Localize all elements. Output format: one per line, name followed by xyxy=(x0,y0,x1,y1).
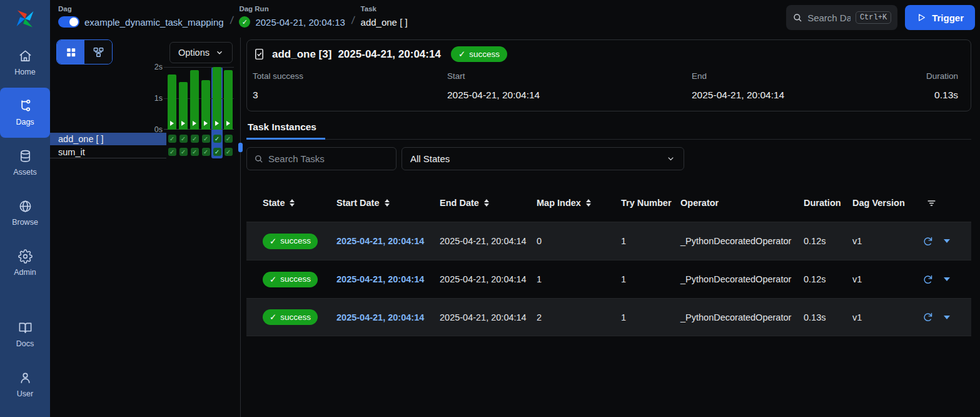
sidebar-item-label: Docs xyxy=(16,339,34,348)
start-date-link[interactable]: 2025-04-21, 20:04:14 xyxy=(336,312,424,322)
state-filter-select[interactable]: All States xyxy=(402,147,684,170)
grid-view-button[interactable] xyxy=(57,40,84,64)
sidebar-item-docs[interactable]: Docs xyxy=(0,309,50,359)
check-icon: ✓ xyxy=(270,236,276,246)
task-instance-square[interactable]: ✓ xyxy=(211,148,223,156)
search-dags-box[interactable]: Ctrl+K xyxy=(786,5,897,30)
status-badge: ✓ success xyxy=(451,46,507,62)
success-check-icon: ✓ xyxy=(191,135,199,143)
task-instance-square[interactable]: ✓ xyxy=(223,135,234,143)
task-instance-row[interactable]: ✓success2025-04-21, 20:04:142025-04-21, … xyxy=(246,222,971,260)
grid-task-row: add_one [ ]✓✓✓✓✓✓ xyxy=(50,132,240,145)
search-tasks-input[interactable] xyxy=(268,153,389,164)
sidebar-item-label: Home xyxy=(14,68,35,76)
task-instance-square[interactable]: ✓ xyxy=(166,135,178,143)
success-check-icon: ✓ xyxy=(202,148,210,156)
row-menu-caret-icon[interactable] xyxy=(944,277,950,281)
task-instance-row[interactable]: ✓success2025-04-21, 20:04:142025-04-21, … xyxy=(246,260,971,298)
sidebar-item-browse[interactable]: Browse xyxy=(0,188,50,238)
column-header-map-index[interactable]: Map Index xyxy=(537,198,621,208)
column-filter-icon[interactable] xyxy=(926,198,971,209)
duration-cell: 0.12s xyxy=(804,274,852,284)
play-icon xyxy=(204,121,208,126)
topbar-right: Ctrl+K Trigger xyxy=(786,5,975,30)
sidebar-item-label: User xyxy=(17,389,33,398)
map-index-cell: 2 xyxy=(537,312,621,322)
grid-chart-area: 2s 1s 0s add_one [ ]✓✓✓✓✓✓sum_it✓✓✓✓✓✓ xyxy=(50,67,240,158)
trigger-button[interactable]: Trigger xyxy=(905,5,975,30)
row-menu-caret-icon[interactable] xyxy=(944,316,950,319)
sidebar-item-label: Admin xyxy=(14,268,36,277)
clear-task-refresh-icon[interactable] xyxy=(922,236,933,247)
task-instance-square[interactable]: ✓ xyxy=(189,148,200,156)
chevron-down-icon xyxy=(215,48,224,57)
task-instance-square[interactable]: ✓ xyxy=(211,135,223,143)
options-button[interactable]: Options xyxy=(169,42,233,63)
dag-pause-toggle[interactable] xyxy=(58,16,79,28)
grid-task-name[interactable]: sum_it xyxy=(50,146,166,158)
dag-run-bar[interactable] xyxy=(178,67,189,130)
table-header: StateStart DateEnd DateMap IndexTry Numb… xyxy=(246,184,971,222)
admin-icon xyxy=(18,249,33,264)
stat-duration: Duration 0.13s xyxy=(926,71,958,101)
graph-view-button[interactable] xyxy=(84,40,112,64)
dag-run-bar[interactable] xyxy=(189,67,200,130)
task-instance-row[interactable]: ✓success2025-04-21, 20:04:142025-04-21, … xyxy=(246,298,971,336)
dag-run-bar[interactable] xyxy=(166,67,178,130)
tab-task-instances[interactable]: Task Instances xyxy=(246,121,325,139)
sidebar-item-dags[interactable]: Dags xyxy=(0,88,50,138)
dag-run-bar[interactable] xyxy=(223,67,234,130)
dag-run-link[interactable]: 2025-04-21, 20:04:13 xyxy=(255,17,345,28)
end-date-cell: 2025-04-21, 20:04:14 xyxy=(440,236,537,246)
column-header-start-date[interactable]: Start Date xyxy=(336,198,440,208)
state-badge: ✓success xyxy=(263,234,318,249)
clear-task-refresh-icon[interactable] xyxy=(922,274,933,285)
stat-total-success: Total success 3 xyxy=(253,71,447,101)
start-date-link[interactable]: 2025-04-21, 20:04:14 xyxy=(336,236,424,246)
run-duration-bars xyxy=(166,67,234,130)
task-instance-square[interactable]: ✓ xyxy=(189,135,200,143)
dag-run-bar[interactable] xyxy=(200,67,211,130)
task-instance-square[interactable]: ✓ xyxy=(200,148,211,156)
success-check-icon: ✓ xyxy=(191,148,199,156)
column-header-operator: Operator xyxy=(680,198,804,208)
sidebar-item-home[interactable]: Home xyxy=(0,38,50,88)
breadcrumb-dag-run: Dag Run ✓ 2025-04-21, 20:04:13 xyxy=(239,5,345,29)
home-icon xyxy=(18,49,33,63)
row-actions xyxy=(916,236,971,247)
check-icon: ✓ xyxy=(270,274,276,284)
task-instance-square[interactable]: ✓ xyxy=(166,148,178,156)
task-instance-square[interactable]: ✓ xyxy=(178,135,189,143)
column-header-try-number: Try Number xyxy=(621,198,680,208)
task-instance-square[interactable]: ✓ xyxy=(200,135,211,143)
clear-task-refresh-icon[interactable] xyxy=(922,312,933,322)
search-dags-input[interactable] xyxy=(807,13,851,23)
sidebar-item-user[interactable]: User xyxy=(0,359,50,409)
task-rows: add_one [ ]✓✓✓✓✓✓sum_it✓✓✓✓✓✓ xyxy=(50,132,240,158)
sidebar-item-assets[interactable]: Assets xyxy=(0,138,50,188)
end-date-cell: 2025-04-21, 20:04:14 xyxy=(440,312,537,322)
sort-icon xyxy=(586,199,591,207)
column-header-end-date[interactable]: End Date xyxy=(440,198,537,208)
topbar: Dag example_dynamic_task_mapping / Dag R… xyxy=(50,0,980,38)
stat-end: End 2025-04-21, 20:04:14 xyxy=(692,71,926,101)
dag-name-link[interactable]: example_dynamic_task_mapping xyxy=(84,17,224,28)
success-check-icon: ✓ xyxy=(225,135,233,143)
dag-run-success-icon: ✓ xyxy=(239,16,250,28)
row-menu-caret-icon[interactable] xyxy=(944,239,950,243)
task-instance-square[interactable]: ✓ xyxy=(223,148,234,156)
start-date-link[interactable]: 2025-04-21, 20:04:14 xyxy=(336,274,424,284)
dag-run-bar-selected[interactable] xyxy=(211,67,223,130)
grid-icon xyxy=(65,46,77,58)
search-tasks-box[interactable] xyxy=(246,147,397,170)
panel-resize-handle[interactable] xyxy=(238,143,243,152)
try-number-cell: 1 xyxy=(621,274,680,284)
grid-task-name[interactable]: add_one [ ] xyxy=(50,133,166,145)
column-header-state[interactable]: State xyxy=(263,198,336,208)
task-instance-square[interactable]: ✓ xyxy=(178,148,189,156)
success-check-icon: ✓ xyxy=(179,135,188,143)
airflow-pinwheel-icon xyxy=(14,8,36,29)
map-index-cell: 0 xyxy=(537,236,621,246)
airflow-logo[interactable] xyxy=(0,0,50,38)
sidebar-item-admin[interactable]: Admin xyxy=(0,238,50,288)
